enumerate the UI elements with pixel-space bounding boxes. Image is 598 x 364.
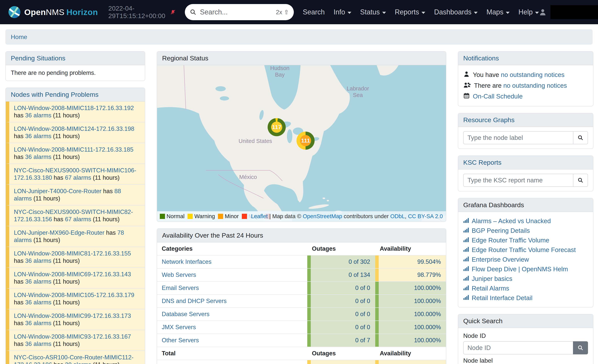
node-alarms-link[interactable]: 36 alarms <box>25 278 51 285</box>
node-problem-row: LON-Window-2008-MIMIC81-172.16.33.155 ha… <box>6 247 145 267</box>
map-attribution-link[interactable]: OpenStreetMap <box>303 213 342 219</box>
availability-category-link[interactable]: Email Servers <box>162 284 199 291</box>
node-link[interactable]: LON-Window-2008-MIMIC124-172.16.33.198 <box>14 125 134 132</box>
navbar-item-dashboards[interactable]: Dashboards <box>434 8 478 16</box>
grafana-dashboard-link[interactable]: Edge Router Traffic Volume Forecast <box>472 246 576 254</box>
availability-panel: Availability Over the Past 24 Hours Cate… <box>157 228 446 364</box>
navbar-item-maps[interactable]: Maps <box>487 8 510 16</box>
node-alarms-link[interactable]: 36 alarms <box>25 112 51 119</box>
search-input[interactable] <box>200 8 273 16</box>
chevron-down-icon <box>474 12 478 14</box>
navbar-item-help[interactable]: Help <box>518 8 539 16</box>
grafana-dashboard-link[interactable]: Edge Router Traffic Volume <box>472 237 549 244</box>
grafana-dashboard-link[interactable]: BGP Peering Details <box>472 227 530 234</box>
node-alarms-link[interactable]: 67 alarms <box>65 174 91 181</box>
navbar-item-label: Status <box>360 8 380 16</box>
availability-outages-cell: 0 of 7 <box>307 334 375 347</box>
nodes-list: LON-Window-2008-MIMIC118-172.16.33.192 h… <box>6 102 145 364</box>
node-problem-row: LON-Window-2008-MIMIC93-172.16.33.167 ha… <box>6 330 145 350</box>
pending-situations-title[interactable]: Pending Situations <box>6 52 145 65</box>
grafana-dashboard-link[interactable]: Enterprise Overview <box>472 256 529 263</box>
node-link[interactable]: LON-Window-2008-MIMIC69-172.16.33.143 <box>14 271 131 278</box>
map-cluster-marker[interactable]: 111 <box>297 132 315 150</box>
map-cluster-marker[interactable]: 117 <box>268 118 286 136</box>
navbar-item-status[interactable]: Status <box>360 8 386 16</box>
notification-link[interactable]: no outstanding notices <box>501 71 565 78</box>
opennms-logo[interactable]: OpenNMSHorizon <box>8 6 98 18</box>
map-cluster-count: 111 <box>300 135 311 146</box>
grafana-dashboard-link[interactable]: Flow Deep Dive | OpenNMS Helm <box>472 266 568 273</box>
resource-graphs-panel: Resource Graphs <box>458 113 593 149</box>
node-alarms-link[interactable]: 36 alarms <box>25 299 51 306</box>
navbar-item-info[interactable]: Info <box>333 8 351 16</box>
node-link[interactable]: LON-Juniper-MX960-Edge-Router <box>14 229 104 236</box>
node-alarms-link[interactable]: 20 alarms <box>65 361 91 364</box>
map-attribution-link[interactable]: CC BY-SA 2.0 <box>408 213 443 219</box>
server-timestamp: 2022-04-29T15:15:12+00:00 <box>108 5 176 20</box>
availability-value-cell: 100.000% <box>375 308 446 321</box>
node-link[interactable]: LON-Window-2008-MIMIC118-172.16.33.192 <box>14 105 134 111</box>
node-alarms-link[interactable]: 36 alarms <box>25 133 51 139</box>
ksc-reports-input[interactable] <box>463 174 573 187</box>
bar-chart-icon <box>463 256 469 263</box>
node-link[interactable]: LON-Window-2008-MIMIC111-172.16.33.185 <box>14 146 133 153</box>
node-link[interactable]: LON-Window-2008-MIMIC81-172.16.33.155 <box>14 250 131 257</box>
ksc-reports-search-button[interactable] <box>573 174 588 187</box>
bar-chart-icon <box>463 237 469 244</box>
node-alarms-link[interactable]: 36 alarms <box>25 340 51 347</box>
notifications-title[interactable]: Notifications <box>458 52 593 65</box>
notification-line: You have no outstanding notices <box>463 69 588 80</box>
navbar-item-label: Info <box>333 8 345 16</box>
legend-swatch <box>218 214 223 219</box>
legend-swatch <box>242 214 247 219</box>
grafana-dashboard-link[interactable]: Retail Interface Detail <box>472 294 532 302</box>
availability-category-link[interactable]: Network Interfaces <box>162 258 211 265</box>
node-problem-row: NYC-Cisco-NEXUS9000-SWITCH-MIMIC82-172.1… <box>6 205 145 226</box>
resource-graphs-title[interactable]: Resource Graphs <box>458 113 593 127</box>
bar-chart-icon <box>463 285 469 292</box>
availability-category-link[interactable]: Other Servers <box>162 337 199 344</box>
navbar-item-reports[interactable]: Reports <box>395 8 425 16</box>
nodes-pending-problems-title[interactable]: Nodes with Pending Problems <box>6 88 145 102</box>
brand-open: Open <box>24 8 46 17</box>
node-id-input[interactable] <box>463 341 573 354</box>
availability-category-link[interactable]: Web Servers <box>162 271 196 278</box>
node-problem-row: NYC-Cisco-NEXUS9000-SWITCH-MIMIC106-172.… <box>6 163 145 184</box>
regional-status-map[interactable]: Hudson BayLabrador SeaUnited StatesMéxic… <box>157 65 446 221</box>
ksc-reports-title[interactable]: KSC Reports <box>458 156 593 170</box>
node-link[interactable]: LON-Window-2008-MIMIC105-172.16.33.179 <box>14 292 134 298</box>
username-redacted[interactable] <box>550 5 598 19</box>
grafana-dashboard-link[interactable]: Juniper basics <box>472 275 512 283</box>
availability-category-link[interactable]: Database Servers <box>162 311 209 318</box>
grafana-dashboard-link[interactable]: Alarms – Acked vs Unacked <box>472 217 551 225</box>
resource-graphs-search-button[interactable] <box>573 131 588 144</box>
node-link[interactable]: LON-Window-2008-MIMIC99-172.16.33.173 <box>14 312 131 319</box>
grafana-dashboard-link[interactable]: Retail Alarms <box>472 285 509 292</box>
map-attribution-link[interactable]: Leaflet <box>251 213 268 219</box>
navbar-item-search[interactable]: Search <box>303 8 325 16</box>
availability-category-link[interactable]: Overall Service Availability <box>162 363 232 364</box>
grafana-dashboard-item: Alarms – Acked vs Unacked <box>463 216 588 226</box>
notification-line: On-Call Schedule <box>463 91 588 102</box>
notification-text: There are no outstanding notices <box>474 82 567 89</box>
notification-link[interactable]: no outstanding notices <box>503 82 567 89</box>
grafana-dashboard-item: Edge Router Traffic Volume Forecast <box>463 245 588 255</box>
notification-link[interactable]: On-Call Schedule <box>473 93 523 100</box>
node-link[interactable]: LON-Window-2008-MIMIC93-172.16.33.167 <box>14 333 131 340</box>
node-problem-row: LON-Juniper-T4000-Core-Router has 88 ala… <box>6 184 145 205</box>
breadcrumb-home-link[interactable]: Home <box>11 33 27 40</box>
availability-outages-cell: 0 of 0 <box>307 321 375 334</box>
node-id-search-button[interactable] <box>573 341 588 354</box>
legend-swatch <box>188 214 193 219</box>
node-alarms-link[interactable]: 36 alarms <box>25 257 51 264</box>
map-attribution-link[interactable]: ODbL <box>390 213 405 219</box>
node-alarms-link[interactable]: 67 alarms <box>65 216 91 223</box>
availability-category-link[interactable]: DNS and DHCP Servers <box>162 298 227 305</box>
node-link[interactable]: LON-Juniper-T4000-Core-Router <box>14 188 101 194</box>
quick-search-title: Quick Search <box>458 314 593 328</box>
resource-graphs-input[interactable] <box>463 131 573 144</box>
nodes-pending-problems-panel: Nodes with Pending Problems LON-Window-2… <box>5 88 145 364</box>
availability-category-link[interactable]: JMX Servers <box>162 324 196 331</box>
node-alarms-link[interactable]: 36 alarms <box>25 154 51 160</box>
node-alarms-link[interactable]: 36 alarms <box>25 320 51 326</box>
